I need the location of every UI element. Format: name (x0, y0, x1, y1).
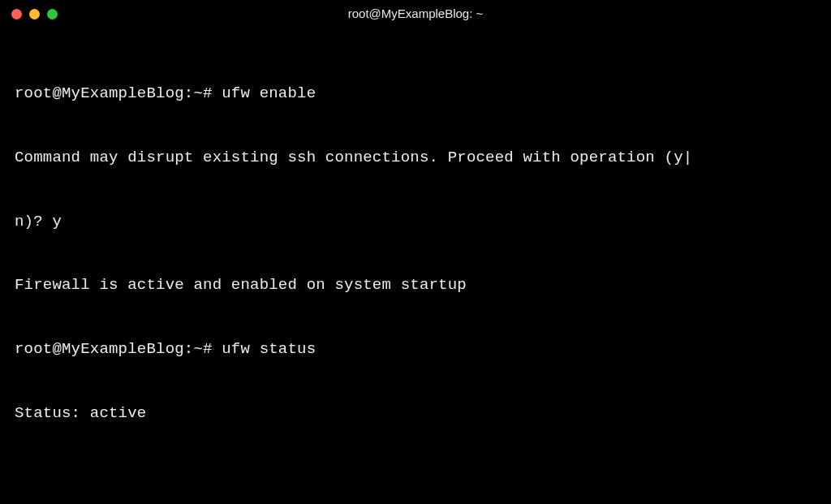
blank-line (15, 466, 816, 487)
window-title: root@MyExampleBlog: ~ (0, 6, 831, 23)
output-line: n)? y (15, 211, 816, 232)
window-titlebar: root@MyExampleBlog: ~ (0, 0, 831, 28)
prompt-line-2: root@MyExampleBlog:~# ufw status (15, 338, 816, 360)
output-line: Status: active (15, 403, 816, 424)
shell-prompt: root@MyExampleBlog:~# (15, 340, 213, 358)
prompt-line-1: root@MyExampleBlog:~# ufw enable (15, 83, 816, 104)
traffic-lights (11, 9, 58, 19)
command-text: ufw enable (222, 84, 316, 102)
minimize-icon[interactable] (29, 9, 40, 19)
command-text: ufw status (222, 340, 316, 358)
output-line: Firewall is active and enabled on system… (15, 274, 816, 295)
shell-prompt: root@MyExampleBlog:~# (15, 84, 213, 102)
terminal-body[interactable]: root@MyExampleBlog:~# ufw enable Command… (0, 28, 831, 504)
close-icon[interactable] (11, 9, 22, 19)
output-line: Command may disrupt existing ssh connect… (15, 147, 816, 168)
maximize-icon[interactable] (47, 9, 58, 19)
